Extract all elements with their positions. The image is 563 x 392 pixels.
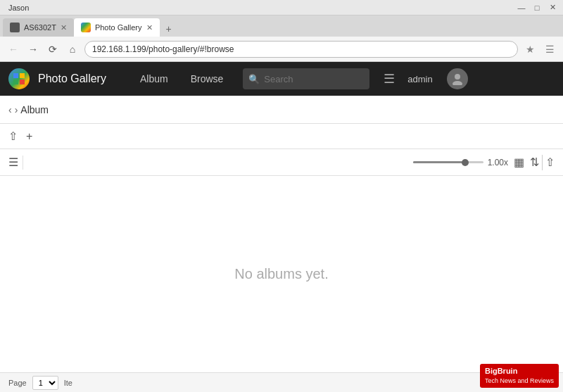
sub-toolbar: ‹ › Album [0, 96, 563, 124]
browser-tab-1[interactable]: AS6302T ✕ [3, 18, 74, 37]
watermark-brand: BigBruin [485, 367, 517, 375]
zoom-slider[interactable] [413, 161, 483, 163]
action-bar: ⇧ + [0, 124, 563, 149]
forward-button[interactable]: → [25, 42, 41, 57]
page-label: Page [8, 379, 27, 387]
view-separator-2 [542, 155, 543, 170]
collapse-button[interactable]: ⇧ [545, 156, 555, 169]
zoom-label: 1.00x [488, 158, 508, 167]
app-header: Photo Gallery Album Browse 🔍 ☰ admin [0, 62, 563, 96]
app-nav: Album Browse [129, 62, 234, 96]
empty-message: No albums yet. [234, 266, 328, 282]
zoom-knob[interactable] [462, 159, 469, 166]
main-content: No albums yet. [0, 176, 563, 372]
username-label: admin [407, 74, 432, 84]
breadcrumb: ‹ › Album [8, 104, 49, 115]
url-text: 192.168.1.199/photo-gallery/#!browse [92, 44, 234, 54]
browser-tab-2[interactable]: Photo Gallery ✕ [74, 18, 160, 37]
maximize-button[interactable]: □ [532, 3, 542, 13]
nav-album[interactable]: Album [129, 62, 179, 96]
footer: Page 1 Ite [0, 372, 563, 392]
filter-icon[interactable]: ☰ [384, 71, 395, 87]
title-bar-user: Jason [8, 4, 29, 12]
zoom-fill [413, 161, 462, 163]
title-bar: Jason — □ ✕ [0, 0, 563, 15]
svg-point-4 [455, 74, 460, 80]
breadcrumb-label: Album [20, 104, 49, 115]
svg-rect-3 [20, 80, 25, 84]
breadcrumb-forward[interactable]: › [15, 104, 18, 115]
breadcrumb-back[interactable]: ‹ [8, 104, 12, 115]
watermark-sub: Tech News and Reviews [485, 377, 554, 386]
footer-items-label: Ite [64, 379, 72, 387]
tab2-favicon [81, 23, 91, 32]
close-button[interactable]: ✕ [548, 3, 557, 13]
app-logo [8, 68, 30, 89]
tab-bar: AS6302T ✕ Photo Gallery ✕ + [0, 15, 563, 37]
share-button[interactable]: ⇧ [8, 129, 18, 143]
menu-icon[interactable]: ☰ [8, 156, 18, 169]
tab2-close[interactable]: ✕ [146, 23, 153, 32]
bookmark-button[interactable]: ★ [522, 42, 538, 57]
zoom-controls: 1.00x [413, 158, 508, 167]
view-separator-1 [23, 156, 23, 170]
tab1-label: AS6302T [24, 23, 56, 32]
url-bar[interactable]: 192.168.1.199/photo-gallery/#!browse [84, 41, 518, 58]
view-toolbar: ☰ 1.00x ▦ ⇅ ⇧ [0, 149, 563, 176]
settings-icon[interactable]: ☰ [542, 42, 557, 57]
svg-point-5 [453, 81, 462, 85]
add-button[interactable]: + [26, 130, 32, 143]
page-select[interactable]: 1 [32, 376, 58, 390]
address-bar: ← → ⟳ ⌂ 192.168.1.199/photo-gallery/#!br… [0, 37, 563, 62]
tab1-close[interactable]: ✕ [61, 23, 67, 32]
watermark: BigBruin Tech News and Reviews [480, 364, 559, 388]
sort-button[interactable]: ⇅ [530, 156, 539, 169]
tab1-favicon [10, 23, 20, 32]
home-button[interactable]: ⌂ [65, 42, 80, 57]
reload-button[interactable]: ⟳ [45, 42, 61, 57]
search-wrapper: 🔍 [243, 68, 369, 89]
svg-rect-2 [13, 80, 18, 84]
svg-rect-1 [20, 73, 25, 78]
minimize-button[interactable]: — [517, 3, 526, 13]
search-input[interactable] [243, 68, 369, 89]
tab2-label: Photo Gallery [95, 23, 142, 32]
nav-browse[interactable]: Browse [179, 62, 235, 96]
new-tab-button[interactable]: + [160, 21, 178, 37]
app-title: Photo Gallery [38, 72, 106, 85]
back-button[interactable]: ← [6, 42, 21, 57]
grid-view-button[interactable]: ▦ [514, 156, 524, 169]
svg-rect-0 [13, 73, 18, 78]
user-avatar[interactable] [447, 68, 468, 89]
